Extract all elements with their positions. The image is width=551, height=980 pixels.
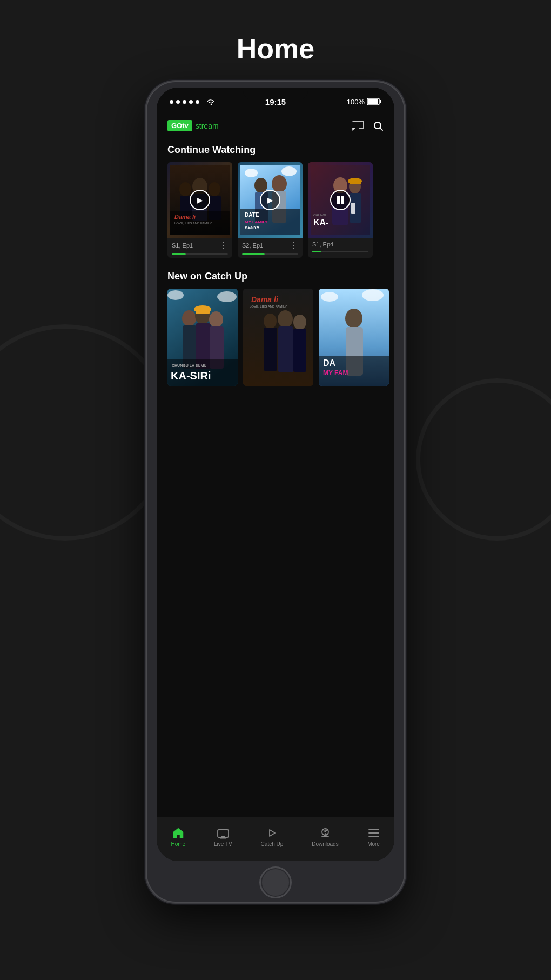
battery-icon xyxy=(367,98,381,105)
svg-text:CHUNGU LA SUMU: CHUNGU LA SUMU xyxy=(172,364,206,368)
catchup-kasiri-art: CHUNGU LA SUMU KA-SIRi xyxy=(167,289,238,386)
card-menu-1[interactable]: ⋮ xyxy=(219,241,228,250)
nav-home-label: Home xyxy=(171,841,185,847)
svg-text:MY FAM: MY FAM xyxy=(323,369,348,377)
status-bar: 19:15 100% xyxy=(157,88,394,116)
svg-point-37 xyxy=(182,310,196,326)
pause-bar-1 xyxy=(337,196,340,204)
watch-card-datefamily[interactable]: DATE MY FAMILY KENYA ▶ S2, Ep1 ⋮ xyxy=(238,162,303,258)
svg-rect-54 xyxy=(278,326,293,372)
signal-dot-3 xyxy=(183,100,186,104)
gotv-badge: GOtv xyxy=(167,120,192,131)
svg-point-18 xyxy=(272,175,287,192)
pause-button-3[interactable] xyxy=(330,190,351,210)
signal-dot-2 xyxy=(176,100,180,104)
catchup-card-datefamily[interactable]: DA MY FAM xyxy=(319,289,389,386)
battery-area: 100% xyxy=(347,98,381,106)
catchup-icon xyxy=(265,827,278,839)
svg-rect-2 xyxy=(380,100,381,103)
signal-dots xyxy=(170,98,216,105)
card-episode-1: S1, Ep1 xyxy=(172,242,193,249)
page-title: Home xyxy=(237,32,314,65)
svg-point-60 xyxy=(345,309,362,328)
svg-point-53 xyxy=(278,310,293,328)
home-button[interactable] xyxy=(259,866,292,898)
card-episode-2: S2, Ep1 xyxy=(242,242,263,249)
downloads-icon xyxy=(319,827,332,839)
card-info-2: S2, Ep1 ⋮ xyxy=(238,238,303,253)
svg-point-10 xyxy=(209,182,220,196)
signal-dot-1 xyxy=(170,100,173,104)
nav-livetv[interactable]: Live TV xyxy=(214,827,232,847)
card-progress-fill-1 xyxy=(172,253,186,255)
watch-card-kasiri[interactable]: CHUNGU KA- xyxy=(308,162,373,258)
nav-downloads-label: Downloads xyxy=(312,841,338,847)
catchup-card-kasiri[interactable]: CHUNGU LA SUMU KA-SIRi xyxy=(167,289,238,386)
cast-icon[interactable] xyxy=(352,121,364,131)
card-menu-2[interactable]: ⋮ xyxy=(290,241,298,250)
svg-text:LOVE, LIES AND FAMILY: LOVE, LIES AND FAMILY xyxy=(250,305,287,308)
battery-percent: 100% xyxy=(347,98,365,106)
nav-downloads[interactable]: Downloads xyxy=(312,827,338,847)
svg-rect-35 xyxy=(351,203,355,214)
svg-point-41 xyxy=(209,311,223,328)
svg-rect-69 xyxy=(220,838,226,839)
livetv-icon xyxy=(217,827,230,839)
svg-text:Dama li: Dama li xyxy=(174,214,196,220)
watch-card-img-3: CHUNGU KA- xyxy=(308,162,373,238)
continue-watching-row: Dama li LOVE, LIES AND FAMILY ▶ S1, Ep1 … xyxy=(157,162,394,258)
svg-text:CHUNGU: CHUNGU xyxy=(313,214,327,217)
nav-catchup[interactable]: Catch Up xyxy=(261,827,284,847)
svg-text:Dama li: Dama li xyxy=(251,295,279,304)
svg-line-4 xyxy=(380,128,383,130)
card-progress-fill-3 xyxy=(312,251,321,252)
card-episode-3: S1, Ep4 xyxy=(312,241,333,248)
card-info-3: S1, Ep4 xyxy=(308,238,373,251)
wifi-icon xyxy=(206,98,216,105)
svg-text:KENYA: KENYA xyxy=(245,225,259,230)
svg-text:DATE: DATE xyxy=(245,212,259,218)
svg-text:KA-: KA- xyxy=(313,218,328,227)
watch-card-damali[interactable]: Dama li LOVE, LIES AND FAMILY ▶ S1, Ep1 … xyxy=(167,162,232,258)
svg-point-55 xyxy=(293,315,306,330)
app-header: GOtv stream xyxy=(157,116,394,136)
play-button-1[interactable]: ▶ xyxy=(190,190,210,210)
card-progress-fill-2 xyxy=(242,253,265,255)
nav-livetv-label: Live TV xyxy=(214,841,232,847)
search-icon[interactable] xyxy=(373,121,384,131)
signal-dot-4 xyxy=(189,100,193,104)
watch-card-img-1: Dama li LOVE, LIES AND FAMILY ▶ xyxy=(167,162,232,238)
card-progress-3 xyxy=(312,251,368,252)
nav-more[interactable]: More xyxy=(367,827,380,847)
watch-card-img-2: DATE MY FAMILY KENYA ▶ xyxy=(238,162,303,238)
svg-rect-68 xyxy=(221,836,225,838)
catchup-title: New on Catch Up xyxy=(157,271,394,282)
scroll-content[interactable]: Continue Watching xyxy=(157,136,394,817)
svg-point-63 xyxy=(362,289,384,301)
svg-point-62 xyxy=(321,292,338,302)
play-button-2[interactable]: ▶ xyxy=(260,190,280,210)
svg-rect-1 xyxy=(368,99,378,104)
svg-rect-67 xyxy=(218,830,229,837)
svg-point-51 xyxy=(264,314,277,329)
catchup-section: New on Catch Up xyxy=(157,262,394,390)
svg-point-46 xyxy=(217,291,237,302)
svg-rect-56 xyxy=(293,329,306,372)
gotv-logo: GOtv stream xyxy=(167,120,219,131)
stream-label: stream xyxy=(196,122,219,130)
svg-point-21 xyxy=(281,166,297,176)
nav-more-label: More xyxy=(367,841,380,847)
svg-rect-44 xyxy=(196,307,210,314)
svg-rect-32 xyxy=(350,179,361,184)
svg-point-8 xyxy=(179,182,191,196)
continue-watching-title: Continue Watching xyxy=(157,144,394,156)
catchup-row: CHUNGU LA SUMU KA-SIRi xyxy=(157,289,394,386)
phone-frame: 19:15 100% GOtv stream xyxy=(146,81,405,903)
more-icon xyxy=(367,827,380,839)
time-display: 19:15 xyxy=(265,97,286,106)
catchup-card-damali[interactable]: Dama li LOVE, LIES AND FAMILY xyxy=(243,289,313,386)
nav-home[interactable]: Home xyxy=(171,827,185,847)
home-icon xyxy=(172,827,185,839)
svg-point-45 xyxy=(167,290,184,300)
card-info-1: S1, Ep1 ⋮ xyxy=(167,238,232,253)
